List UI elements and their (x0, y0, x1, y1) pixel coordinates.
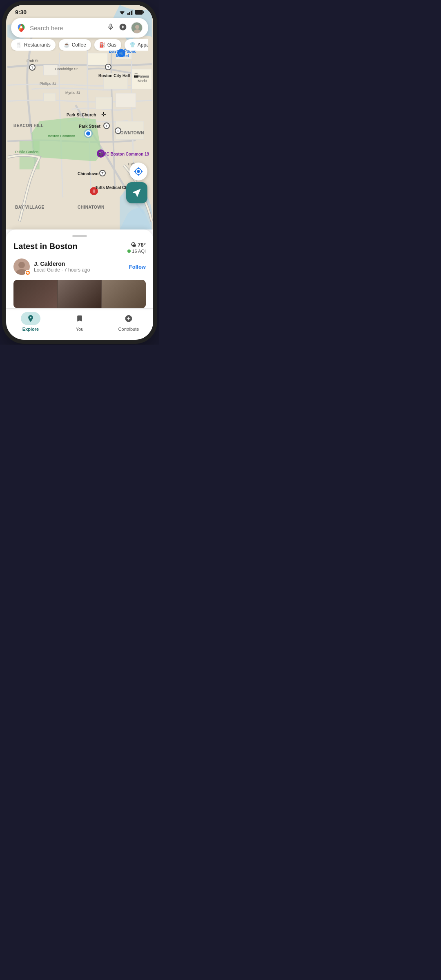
weather-temp-value: 78° (138, 242, 146, 248)
photo-1 (13, 280, 57, 308)
svg-rect-3 (88, 53, 108, 65)
bottom-panel: Latest in Boston 🌤 78° 16 AQI (6, 229, 153, 308)
user-avatar[interactable] (131, 22, 143, 33)
explore-label: Explore (22, 327, 39, 332)
chip-restaurants-label: Restaurants (24, 42, 51, 48)
navigate-button[interactable] (126, 182, 147, 203)
google-maps-logo-icon (17, 23, 26, 32)
transit-downtown-icon: T (115, 127, 121, 134)
guide-role: Local Guide (34, 267, 60, 273)
guide-avatar-wrap (13, 258, 30, 275)
nav-you[interactable]: You (55, 312, 104, 332)
local-guide-badge-icon (25, 270, 31, 276)
svg-marker-26 (26, 271, 29, 274)
category-chips: 🍴 Restaurants ☕ Coffee ⛽ Gas 👕 Apparel (11, 39, 148, 51)
svg-point-24 (18, 262, 25, 268)
svg-rect-6 (132, 69, 152, 89)
panel-drag-handle[interactable] (72, 235, 87, 237)
bottom-nav: Explore You Contribute (6, 308, 153, 340)
chip-coffee-label: Coffee (72, 42, 86, 48)
explore-icon-wrap (21, 312, 40, 325)
nav-explore[interactable]: Explore (6, 312, 55, 332)
svg-rect-19 (143, 11, 144, 13)
svg-rect-8 (116, 93, 136, 107)
svg-rect-5 (104, 73, 128, 89)
user-location-dot (85, 130, 91, 137)
my-location-button[interactable] (129, 163, 147, 180)
you-icon-wrap (70, 312, 89, 325)
microphone-icon[interactable] (107, 23, 115, 33)
guide-name: J. Calderon (34, 261, 125, 267)
photo-2 (58, 280, 102, 308)
gas-icon: ⛽ (99, 42, 105, 48)
svg-point-21 (20, 26, 22, 29)
svg-rect-16 (131, 11, 132, 15)
follow-button[interactable]: Follow (129, 264, 146, 270)
chip-apparel-label: Apparel (138, 42, 148, 48)
guide-card: J. Calderon Local Guide · 7 hours ago Fo… (13, 258, 146, 275)
aqi-value: 16 AQI (132, 249, 146, 254)
you-label: You (76, 327, 84, 332)
transit-t-icon: T (29, 64, 36, 71)
apparel-icon: 👕 (129, 42, 136, 48)
panel-title: Latest in Boston (13, 242, 78, 251)
chip-apparel[interactable]: 👕 Apparel (125, 39, 148, 51)
photo-strip[interactable] (13, 280, 146, 308)
svg-rect-20 (136, 11, 142, 14)
film-icon: 🎬 (97, 149, 105, 158)
transit-park-st-icon: T (103, 122, 110, 129)
chip-gas[interactable]: ⛽ Gas (94, 39, 121, 51)
svg-point-22 (135, 25, 139, 29)
chip-coffee[interactable]: ☕ Coffee (59, 39, 91, 51)
status-time: 9:30 (15, 9, 27, 16)
svg-rect-10 (44, 65, 58, 75)
search-input[interactable]: Search here (30, 24, 102, 31)
nav-contribute[interactable]: Contribute (104, 312, 153, 332)
guide-time: 7 hours ago (64, 267, 90, 273)
amc-poi[interactable]: 🎬 (97, 149, 105, 158)
contribute-icon-wrap (119, 312, 138, 325)
lens-icon[interactable] (119, 23, 127, 33)
search-bar[interactable]: Search here (11, 18, 148, 38)
svg-rect-7 (96, 97, 111, 109)
aqi-dot (127, 249, 131, 253)
svg-rect-14 (127, 13, 129, 15)
contribute-label: Contribute (118, 327, 139, 332)
svg-marker-1 (31, 117, 102, 161)
hospital-h-icon: H (90, 187, 98, 195)
chip-gas-label: Gas (107, 42, 116, 48)
svg-rect-17 (132, 10, 133, 15)
photo-3 (102, 280, 146, 308)
transit-t2-icon: T (105, 64, 111, 70)
svg-point-23 (134, 29, 141, 33)
status-icons (119, 10, 144, 15)
svg-rect-11 (44, 93, 56, 101)
church-icon: ✛ (101, 111, 106, 118)
city-hall-icon: 🏛 (134, 73, 139, 79)
restaurants-icon: 🍴 (16, 42, 22, 48)
guide-info: J. Calderon Local Guide · 7 hours ago (34, 261, 125, 273)
coffee-icon: ☕ (64, 42, 70, 48)
guide-meta: Local Guide · 7 hours ago (34, 267, 125, 273)
transit-chinatown-icon: T (99, 170, 106, 176)
chip-restaurants[interactable]: 🍴 Restaurants (11, 39, 56, 51)
tufts-poi[interactable]: H (90, 187, 98, 195)
svg-rect-15 (129, 12, 130, 15)
weather-icon: 🌤 (131, 242, 136, 248)
weather-badge: 🌤 78° 16 AQI (127, 242, 146, 254)
